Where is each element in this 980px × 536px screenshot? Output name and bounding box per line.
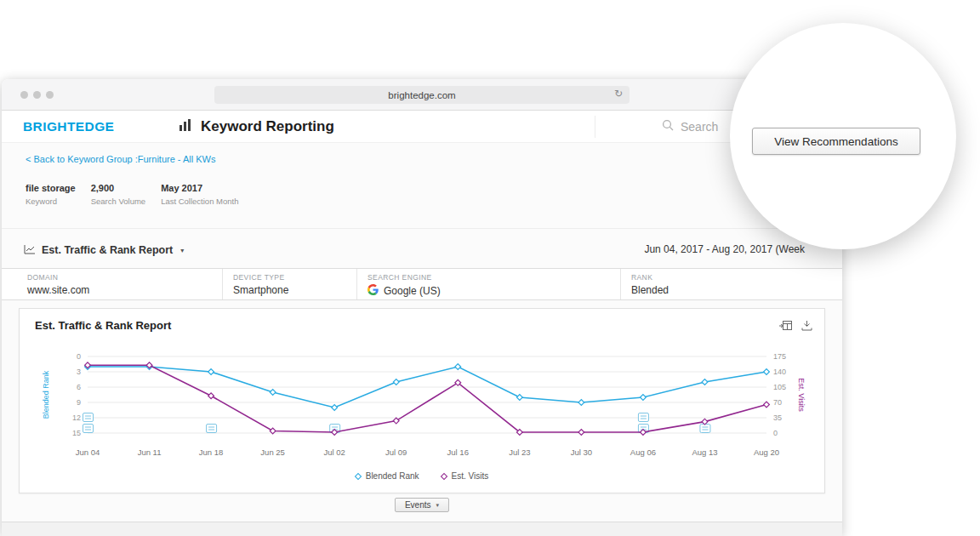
download-icon[interactable] bbox=[801, 319, 812, 334]
data-point-marker[interactable] bbox=[578, 430, 584, 436]
data-point-marker[interactable] bbox=[393, 379, 399, 385]
chart-actions bbox=[779, 319, 812, 334]
events-button-label: Events bbox=[405, 500, 431, 510]
filter-bar: DOMAIN www.site.com DEVICE TYPE Smartpho… bbox=[2, 268, 842, 300]
data-point-marker[interactable] bbox=[702, 379, 708, 385]
event-marker-icon[interactable] bbox=[83, 425, 94, 433]
magnifier-overlay: View Recommendations bbox=[730, 23, 956, 249]
main-content: < Back to Keyword Group :Furniture - All… bbox=[2, 143, 842, 536]
legend-item-est-visits[interactable]: Est. Visits bbox=[442, 471, 489, 481]
window-controls bbox=[20, 91, 54, 99]
svg-text:Aug 06: Aug 06 bbox=[630, 448, 656, 457]
filter-label: DEVICE TYPE bbox=[233, 273, 346, 282]
date-range[interactable]: Jun 04, 2017 - Aug 20, 2017 (Week bbox=[644, 243, 805, 255]
svg-text:Jul 09: Jul 09 bbox=[385, 448, 407, 457]
svg-text:0: 0 bbox=[77, 352, 81, 361]
legend-item-blended-rank[interactable]: Blended Rank bbox=[356, 471, 419, 481]
browser-window: brightedge.com ↻ BRIGHTEDGE Keyword Repo… bbox=[2, 79, 842, 536]
page-title: Keyword Reporting bbox=[201, 118, 334, 135]
filter-label: SEARCH ENGINE bbox=[368, 273, 610, 282]
svg-text:15: 15 bbox=[72, 429, 81, 437]
filter-rank[interactable]: RANK Blended bbox=[621, 269, 842, 299]
window-footer bbox=[2, 522, 842, 536]
svg-text:9: 9 bbox=[77, 398, 81, 407]
keyword-stats: file storage Keyword 2,900 Search Volume… bbox=[26, 183, 254, 206]
svg-text:Jun 04: Jun 04 bbox=[76, 448, 100, 457]
data-point-marker[interactable] bbox=[455, 364, 461, 370]
events-button[interactable]: Events ▾ bbox=[395, 498, 449, 512]
stat-keyword: file storage Keyword bbox=[26, 183, 76, 206]
chart-card: Est. Traffic & Rank Report 0369121517514… bbox=[19, 308, 825, 493]
svg-text:175: 175 bbox=[773, 352, 786, 361]
url-text: brightedge.com bbox=[388, 90, 455, 100]
event-marker-icon[interactable] bbox=[638, 413, 648, 422]
back-to-keyword-group-link[interactable]: < Back to Keyword Group :Furniture - All… bbox=[26, 154, 215, 164]
window-zoom-button[interactable] bbox=[46, 91, 54, 99]
report-selector[interactable]: Est. Traffic & Rank Report ▾ bbox=[24, 242, 184, 258]
stat-value: 2,900 bbox=[91, 183, 145, 193]
svg-text:Jul 23: Jul 23 bbox=[509, 448, 530, 457]
data-point-marker[interactable] bbox=[208, 393, 214, 399]
filter-value: Smartphone bbox=[233, 284, 346, 296]
data-point-marker[interactable] bbox=[764, 369, 770, 375]
stat-label: Last Collection Month bbox=[161, 197, 238, 206]
filter-label: RANK bbox=[631, 273, 832, 282]
data-point-marker[interactable] bbox=[641, 395, 647, 401]
event-marker-icon[interactable] bbox=[207, 425, 217, 433]
bar-chart-icon bbox=[178, 118, 193, 135]
svg-text:Jul 16: Jul 16 bbox=[447, 448, 469, 457]
browser-chrome: brightedge.com ↻ bbox=[2, 79, 842, 111]
svg-text:Aug 13: Aug 13 bbox=[692, 448, 717, 457]
blended-rank-marker-icon bbox=[354, 472, 361, 479]
svg-text:Jun 18: Jun 18 bbox=[199, 448, 224, 457]
data-point-marker[interactable] bbox=[270, 390, 276, 396]
svg-text:Jul 02: Jul 02 bbox=[324, 448, 345, 457]
address-bar[interactable]: brightedge.com ↻ bbox=[214, 86, 630, 104]
chevron-down-icon: ▾ bbox=[180, 247, 184, 254]
data-point-marker[interactable] bbox=[332, 405, 338, 411]
trend-chart: 0369121517514010570350Jun 04Jun 11Jun 18… bbox=[20, 350, 824, 469]
chart-title: Est. Traffic & Rank Report bbox=[35, 319, 171, 332]
brightedge-logo[interactable]: BRIGHTEDGE bbox=[23, 119, 114, 134]
chart-legend: Blended Rank Est. Visits bbox=[20, 471, 824, 481]
event-marker-icon[interactable] bbox=[83, 413, 94, 422]
svg-text:Jun 25: Jun 25 bbox=[260, 448, 285, 457]
view-recommendations-button[interactable]: View Recommendations bbox=[752, 128, 920, 155]
refresh-icon[interactable]: ↻ bbox=[614, 88, 623, 100]
svg-text:70: 70 bbox=[773, 398, 782, 407]
stat-value: May 2017 bbox=[161, 183, 238, 193]
stat-label: Search Volume bbox=[91, 197, 145, 206]
window-close-button[interactable] bbox=[20, 91, 28, 99]
est-visits-marker-icon bbox=[440, 472, 447, 479]
filter-device-type[interactable]: DEVICE TYPE Smartphone bbox=[223, 269, 357, 299]
svg-text:6: 6 bbox=[77, 383, 81, 391]
series-line bbox=[88, 365, 766, 432]
svg-text:35: 35 bbox=[773, 413, 782, 422]
filter-search-engine[interactable]: SEARCH ENGINE Google (US) bbox=[357, 269, 621, 299]
svg-text:Blended Rank: Blended Rank bbox=[42, 370, 50, 419]
svg-text:12: 12 bbox=[72, 413, 81, 422]
svg-text:0: 0 bbox=[773, 429, 778, 437]
report-chart-icon bbox=[24, 242, 36, 258]
data-point-marker[interactable] bbox=[578, 400, 584, 406]
google-icon bbox=[368, 284, 379, 298]
svg-text:Est. Visits: Est. Visits bbox=[797, 378, 806, 412]
report-selector-bar: Est. Traffic & Rank Report ▾ Jun 04, 201… bbox=[2, 228, 842, 268]
page: brightedge.com ↻ BRIGHTEDGE Keyword Repo… bbox=[0, 0, 980, 536]
svg-text:Aug 20: Aug 20 bbox=[754, 448, 779, 457]
data-point-marker[interactable] bbox=[208, 369, 214, 375]
svg-text:140: 140 bbox=[773, 368, 786, 376]
event-marker-icon[interactable] bbox=[700, 425, 710, 433]
svg-text:Jul 30: Jul 30 bbox=[571, 448, 592, 457]
data-point-marker[interactable] bbox=[516, 395, 522, 401]
export-report-icon[interactable] bbox=[779, 319, 793, 334]
stat-last-collection-month: May 2017 Last Collection Month bbox=[161, 183, 238, 206]
filter-value: www.site.com bbox=[27, 284, 212, 296]
report-title: Est. Traffic & Rank Report bbox=[42, 244, 173, 256]
stat-search-volume: 2,900 Search Volume bbox=[91, 183, 145, 206]
app-header: BRIGHTEDGE Keyword Reporting bbox=[2, 111, 842, 143]
filter-domain[interactable]: DOMAIN www.site.com bbox=[2, 269, 223, 299]
page-title-group: Keyword Reporting bbox=[178, 111, 334, 142]
window-minimize-button[interactable] bbox=[33, 91, 41, 99]
search-icon bbox=[662, 119, 674, 134]
